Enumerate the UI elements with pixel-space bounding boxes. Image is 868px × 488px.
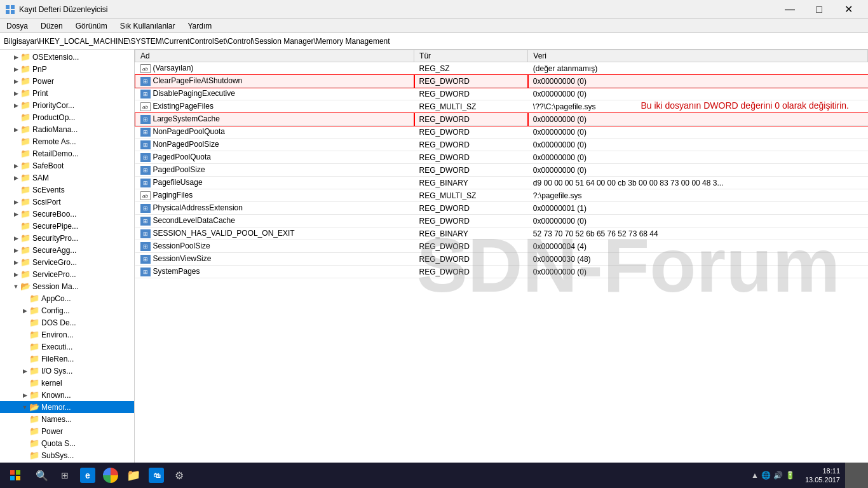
menu-dosya[interactable]: Dosya	[0, 19, 34, 32]
tree-item-iosys[interactable]: ▶ 📁 I/O Sys...	[0, 365, 134, 377]
table-row[interactable]: ⊞PagedPoolQuotaREG_DWORD0x00000000 (0)	[135, 151, 868, 164]
tree-item-known[interactable]: ▶ 📁 Known...	[0, 389, 134, 401]
table-row[interactable]: ⊞PagedPoolSizeREG_DWORD0x00000000 (0)	[135, 164, 868, 177]
expand-icon[interactable]: ▶	[11, 246, 20, 255]
expand-icon[interactable]: ▶	[11, 258, 20, 267]
expand-icon[interactable]: ▶	[20, 391, 29, 400]
expand-icon[interactable]	[20, 342, 29, 351]
tray-chevron[interactable]: ▲	[751, 471, 759, 480]
table-row[interactable]: ⊞NonPagedPoolQuotaREG_DWORD0x00000000 (0…	[135, 126, 868, 139]
tree-item-remoteas[interactable]: 📁 Remote As...	[0, 135, 134, 147]
maximize-button[interactable]: □	[804, 0, 834, 19]
expand-icon[interactable]: ▶	[11, 173, 20, 182]
tree-item-servicepro[interactable]: ▶ 📁 ServicePro...	[0, 268, 134, 280]
tray-battery[interactable]: 🔋	[785, 471, 795, 480]
expand-icon[interactable]	[20, 318, 29, 327]
tray-volume[interactable]: 🔊	[773, 471, 783, 480]
expand-icon[interactable]	[11, 186, 20, 194]
expand-icon[interactable]: ▶	[11, 65, 20, 74]
table-row[interactable]: ⊞SessionPoolSizeREG_DWORD0x00000004 (4)	[135, 240, 868, 253]
table-row[interactable]: ab(Varsayılan)REG_SZ(değer atanmamış)	[135, 62, 868, 75]
tree-item-sessionma[interactable]: ▼ 📂 Session Ma...	[0, 280, 134, 292]
table-row[interactable]: ⊞SESSION_HAS_VALID_POOL_ON_EXITREG_BINAR…	[135, 227, 868, 240]
tree-item-environ[interactable]: 📁 Environ...	[0, 329, 134, 341]
tree-item-pnp[interactable]: ▶ 📁 PnP	[0, 63, 134, 75]
tree-item-memor[interactable]: ▼ 📂 Memor...	[0, 401, 134, 413]
tree-item-secureagg[interactable]: ▶ 📁 SecureAgg...	[0, 244, 134, 256]
expand-icon[interactable]: ▶	[11, 101, 20, 110]
expand-icon[interactable]	[11, 137, 20, 146]
tree-item-productop[interactable]: 📁 ProductOp...	[0, 111, 134, 123]
tree-item-radiomana[interactable]: ▶ 📁 RadioMana...	[0, 123, 134, 135]
close-button[interactable]: ✕	[834, 0, 863, 19]
show-desktop-button[interactable]	[845, 463, 868, 488]
expand-icon[interactable]: ▶	[11, 77, 20, 86]
tree-item-power[interactable]: ▶ 📁 Power	[0, 75, 134, 87]
tree-item-subsys[interactable]: 📁 SubSys...	[0, 449, 134, 461]
table-row[interactable]: ⊞SecondLevelDataCacheREG_DWORD0x00000000…	[135, 215, 868, 227]
expand-icon[interactable]: ▼	[11, 282, 20, 291]
minimize-button[interactable]: —	[775, 0, 804, 19]
tree-item-securitypro[interactable]: ▶ 📁 SecurityPro...	[0, 232, 134, 244]
menu-gorunum[interactable]: Görünüm	[69, 19, 114, 32]
expand-icon[interactable]: ▶	[11, 270, 20, 279]
expand-icon[interactable]	[20, 294, 29, 303]
tree-item-names[interactable]: 📁 Names...	[0, 413, 134, 425]
menu-duzen[interactable]: Düzen	[34, 19, 69, 32]
system-clock[interactable]: 18:11 13.05.2017	[800, 466, 845, 484]
taskbar-app-edge[interactable]: e	[76, 463, 99, 488]
tray-network[interactable]: 🌐	[761, 471, 771, 480]
expand-icon[interactable]	[20, 415, 29, 424]
tree-item-sam[interactable]: ▶ 📁 SAM	[0, 172, 134, 184]
table-row[interactable]: ⊞SessionViewSizeREG_DWORD0x00000030 (48)	[135, 253, 868, 266]
taskbar-app-store[interactable]: 🛍	[145, 463, 168, 488]
tree-item-fileren[interactable]: 📁 FileRen...	[0, 353, 134, 365]
table-row[interactable]: ⊞DisablePagingExecutiveREG_DWORD0x000000…	[135, 88, 868, 100]
expand-icon[interactable]: ▶	[11, 210, 20, 219]
taskbar-app-folder[interactable]: 📁	[122, 463, 145, 488]
taskbar-app-settings[interactable]: ⚙	[168, 463, 191, 488]
expand-icon[interactable]	[11, 149, 20, 158]
expand-icon[interactable]	[11, 113, 20, 122]
tree-item-scsiport[interactable]: ▶ 📁 ScsiPort	[0, 196, 134, 208]
tree-item-osextensio[interactable]: ▶ 📁 OSExtensio...	[0, 51, 134, 63]
expand-icon[interactable]	[20, 379, 29, 388]
tree-item-quotas[interactable]: 📁 Quota S...	[0, 437, 134, 449]
table-row[interactable]: ⊞NonPagedPoolSizeREG_DWORD0x00000000 (0)	[135, 139, 868, 151]
expand-icon[interactable]: ▶	[20, 367, 29, 376]
search-button[interactable]: 🔍	[31, 463, 53, 488]
tree-item-scevents[interactable]: 📁 ScEvents	[0, 184, 134, 196]
table-row[interactable]: ⊞PhysicalAddressExtensionREG_DWORD0x0000…	[135, 202, 868, 215]
expand-icon[interactable]: ▶	[11, 53, 20, 62]
expand-icon[interactable]	[20, 330, 29, 339]
menu-sik-kullanilanlar[interactable]: Sık Kullanılanlar	[114, 19, 182, 32]
expand-icon[interactable]	[20, 427, 29, 436]
tree-item-print[interactable]: ▶ 📁 Print	[0, 87, 134, 99]
expand-icon[interactable]: ▶	[11, 125, 20, 134]
expand-icon[interactable]	[20, 451, 29, 460]
expand-icon[interactable]: ▶	[11, 89, 20, 98]
tree-item-prioritycor[interactable]: ▶ 📁 PriorityCor...	[0, 99, 134, 111]
tree-item-kernel[interactable]: 📁 kernel	[0, 377, 134, 389]
tree-panel[interactable]: ▶ 📁 OSExtensio... ▶ 📁 PnP ▶ 📁 Power ▶ 📁 …	[0, 50, 135, 463]
table-row[interactable]: ⊞LargeSystemCacheREG_DWORD0x00000000 (0)	[135, 113, 868, 126]
tree-item-retaildemo[interactable]: 📁 RetailDemo...	[0, 147, 134, 159]
tree-item-config[interactable]: ▶ 📁 Config...	[0, 304, 134, 316]
table-row[interactable]: ⊞PagefileUsageREG_BINARYd9 00 00 00 51 6…	[135, 177, 868, 189]
tree-item-servicegro[interactable]: ▶ 📁 ServiceGro...	[0, 256, 134, 268]
table-row[interactable]: abPagingFilesREG_MULTI_SZ?:\pagefile.sys	[135, 189, 868, 202]
tree-item-power2[interactable]: 📁 Power	[0, 425, 134, 437]
tree-item-safeboot[interactable]: ▶ 📁 SafeBoot	[0, 159, 134, 172]
menu-yardim[interactable]: Yardım	[181, 19, 218, 32]
expand-icon[interactable]: ▶	[20, 306, 29, 315]
expand-icon[interactable]: ▶	[11, 198, 20, 207]
expand-icon[interactable]	[20, 439, 29, 448]
taskbar-app-chrome[interactable]	[99, 463, 122, 488]
tree-item-securepipe[interactable]: 📁 SecurePipe...	[0, 220, 134, 232]
tree-item-executi[interactable]: 📁 Executi...	[0, 341, 134, 353]
start-button[interactable]	[0, 463, 31, 488]
table-row[interactable]: ⊞ClearPageFileAtShutdownREG_DWORD0x00000…	[135, 75, 868, 88]
expand-icon[interactable]: ▼	[20, 403, 29, 412]
tree-item-appco[interactable]: 📁 AppCo...	[0, 292, 134, 304]
tree-item-dosde[interactable]: 📁 DOS De...	[0, 316, 134, 329]
